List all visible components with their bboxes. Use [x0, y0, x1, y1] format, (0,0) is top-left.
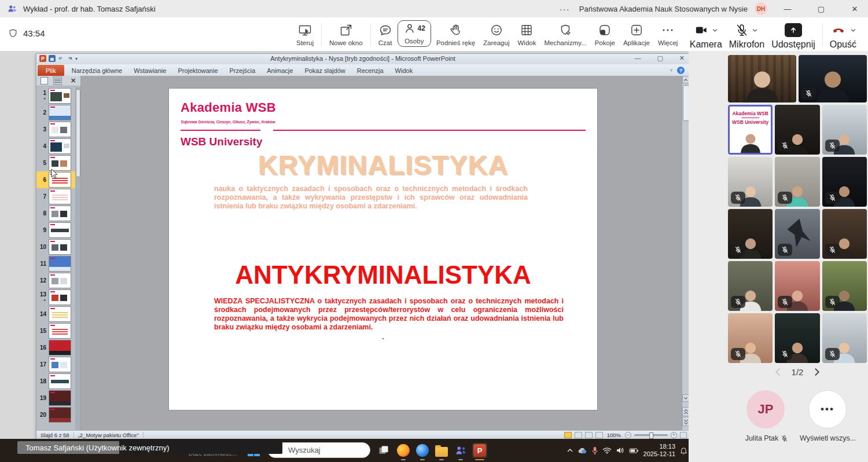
chevron-down-icon[interactable] — [752, 27, 758, 34]
battery-icon[interactable] — [629, 448, 639, 454]
search-input[interactable]: Wyszukaj — [267, 442, 370, 458]
participant-tile-man-bright-room[interactable] — [822, 105, 867, 155]
notification-bell-icon[interactable] — [679, 446, 688, 455]
volume-icon[interactable] — [616, 446, 625, 454]
ppt-tab-6[interactable]: Animacje — [261, 65, 299, 76]
thumbnails-scrollbar[interactable] — [75, 87, 80, 431]
participant-tile-girl-glasses-dark[interactable] — [775, 313, 819, 363]
help-icon[interactable]: ? — [677, 67, 685, 74]
ppt-minimize-button[interactable]: — — [634, 54, 641, 62]
firefox-icon[interactable] — [396, 443, 411, 458]
participant-tile-man-dark-glasses[interactable] — [799, 55, 867, 102]
participant-avatar-jp[interactable]: JP — [746, 390, 785, 428]
slide-thumbnail-10[interactable]: 10 — [36, 239, 75, 255]
kamera-button[interactable]: Kamera — [686, 21, 726, 51]
zoom-slider[interactable] — [634, 434, 668, 436]
participant-tile-presenter-slide-camera[interactable]: Akademia WSBWSB University — [728, 105, 773, 155]
mechanizmy-button[interactable]: Mechanizmy... — [540, 21, 590, 47]
view-all-circle[interactable]: ••• — [808, 390, 847, 428]
minimize-button[interactable]: — — [774, 0, 801, 17]
udostepnij-button[interactable]: Udostępnij — [768, 21, 819, 51]
outline-tab[interactable] — [53, 76, 62, 85]
slide-thumbnail-7[interactable]: 7 — [36, 188, 75, 205]
ppt-tab-1[interactable]: Plik — [38, 65, 64, 76]
chevron-down-icon[interactable] — [850, 27, 856, 34]
fit-to-window-button[interactable] — [680, 432, 687, 438]
page-prev-icon[interactable] — [775, 368, 781, 376]
tray-expand-icon[interactable] — [567, 448, 573, 453]
page-next-icon[interactable] — [814, 368, 820, 376]
maximize-button[interactable]: ▢ — [808, 0, 834, 17]
opusc-button[interactable]: Opuść — [826, 21, 860, 51]
teams-icon[interactable] — [453, 443, 468, 458]
participant-tile-person-headphones-dark[interactable] — [775, 105, 819, 155]
ppt-tab-4[interactable]: Projektowanie — [172, 65, 223, 76]
aplikacje-button[interactable]: Aplikacje — [619, 21, 654, 47]
ppt-tab-2[interactable]: Narzędzia główne — [66, 65, 128, 76]
close-button[interactable]: ✕ — [841, 0, 868, 17]
avatar[interactable]: DH — [755, 2, 767, 15]
zareaguj-button[interactable]: Zareaguj — [479, 21, 513, 47]
slide-thumbnail-12[interactable]: 12 — [36, 272, 75, 289]
wiecej-button[interactable]: Więcej — [654, 21, 682, 47]
podnies-reke-button[interactable]: Podnieś rękę — [432, 21, 479, 47]
chevron-down-icon[interactable] — [712, 27, 718, 34]
ppt-tab-9[interactable]: Widok — [389, 65, 419, 76]
slide-thumbnail-1[interactable]: 1✦ — [36, 87, 75, 104]
edge-browser-icon[interactable] — [415, 443, 430, 458]
ppt-close-button[interactable]: ✕ — [679, 54, 685, 62]
tray-mic-icon[interactable] — [591, 446, 598, 455]
reading-view-button[interactable] — [585, 432, 593, 438]
file-explorer-icon[interactable] — [434, 443, 449, 458]
zoom-slider-thumb[interactable] — [649, 432, 653, 439]
zoom-out-button[interactable]: – — [625, 432, 631, 438]
slideshow-button[interactable] — [595, 432, 603, 438]
taskbar-clock[interactable]: 18:13 2025-12-11 — [643, 443, 675, 458]
participant-tile-man-game-background[interactable] — [822, 261, 867, 311]
participant-tile-man-dim-warm-room[interactable] — [822, 209, 867, 259]
slide-thumbnail-14[interactable]: 14 — [36, 306, 75, 322]
participant-tile-woman-dark-stairs[interactable] — [728, 209, 773, 259]
czat-button[interactable]: Czat — [374, 21, 396, 47]
mikrofon-button[interactable]: Mikrofon — [726, 21, 768, 51]
participant-tile-girl-pink-room[interactable] — [775, 261, 819, 311]
participant-tile-girl-dim-room[interactable] — [728, 261, 773, 311]
powerpoint-taskbar-icon[interactable]: P — [472, 443, 487, 458]
widok-button[interactable]: Widok — [513, 21, 540, 47]
slide-canvas[interactable]: Akademia WSB Dąbrowa Górnicza, Cieszyn, … — [168, 88, 598, 410]
slide-thumbnail-4[interactable]: 4 — [36, 138, 75, 155]
ppt-tab-5[interactable]: Przejścia — [224, 65, 262, 76]
normal-view-button[interactable] — [564, 432, 572, 438]
ppt-restore-button[interactable]: ▢ — [657, 54, 663, 62]
participant-tile-blonde-girl-closeup[interactable] — [728, 313, 773, 363]
participant-tile-professor-bookshelf[interactable] — [728, 55, 796, 102]
view-all-label[interactable]: Wyświetl wszys... — [792, 434, 864, 442]
ppt-tab-7[interactable]: Pokaz slajdów — [299, 65, 351, 76]
slide-thumbnail-13[interactable]: 13✦ — [36, 289, 75, 306]
wifi-icon[interactable] — [602, 447, 612, 454]
slide-thumbnail-16[interactable]: 16 — [36, 339, 75, 356]
participant-tile-blonde-woman-light-room[interactable] — [822, 313, 867, 363]
slide-thumbnail-15[interactable]: 15 — [36, 322, 75, 339]
osoby-button[interactable]: 42 Osoby — [398, 20, 431, 47]
slide-thumbnail-18[interactable]: 18 — [36, 373, 75, 390]
ppt-tab-3[interactable]: Wstawianie — [128, 65, 172, 76]
zoom-in-button[interactable]: + — [671, 432, 677, 438]
pokoje-button[interactable]: Pokoje — [591, 21, 619, 47]
participant-tile-woman-dark-room[interactable] — [822, 157, 867, 207]
nowe-okno-button[interactable]: Nowe okno — [325, 21, 367, 47]
participant-tile-man-turquoise-hoodie[interactable] — [775, 157, 819, 207]
panel-close-icon[interactable]: ✕ — [71, 77, 76, 85]
slide-thumbnail-2[interactable]: 2 — [36, 104, 75, 121]
slide-thumbnail-20[interactable]: 20 — [36, 406, 75, 423]
onedrive-icon[interactable]: i — [577, 446, 587, 454]
slide-thumbnail-9[interactable]: 9 — [36, 222, 75, 239]
slide-thumbnail-19[interactable]: 19 — [36, 390, 75, 406]
slide-thumbnail-3[interactable]: 3 — [36, 121, 75, 138]
steruj-button[interactable]: Steruj — [292, 21, 318, 47]
titlebar-more-icon[interactable]: ··· — [557, 4, 572, 14]
participant-tile-jet-avatar[interactable] — [775, 209, 819, 259]
slide-thumbnail-8[interactable]: 8 — [36, 205, 75, 222]
task-view-button[interactable] — [376, 443, 391, 458]
slide-thumbnail-11[interactable]: 11 — [36, 255, 75, 272]
